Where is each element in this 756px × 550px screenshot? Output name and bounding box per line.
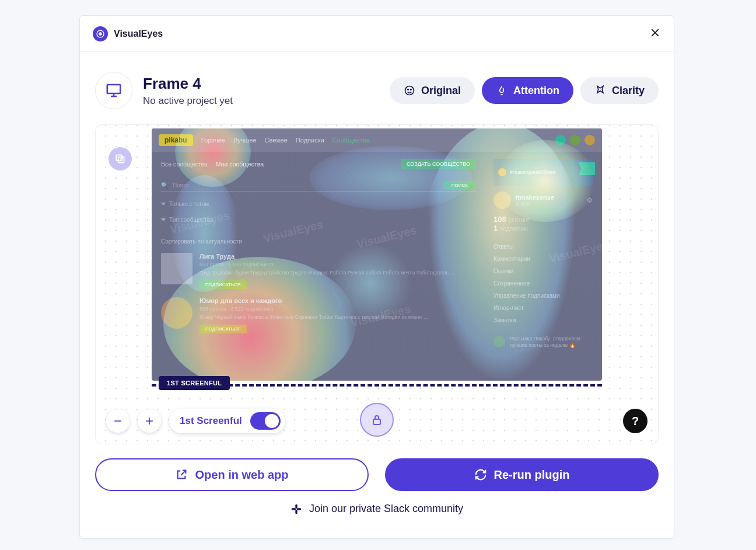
screenful-badge: 1ST SCREENFUL xyxy=(159,376,230,390)
plugin-window: VisualEyes Frame 4 No active project yet… xyxy=(79,15,674,539)
zoom-controls: − + 1st Screenful xyxy=(106,409,285,433)
tab-attention-label: Attention xyxy=(513,85,559,97)
open-in-web-app-button[interactable]: Open in web app xyxy=(95,458,369,491)
preview-canvas: pikabu Горячее Лучшее Свежее Подписки Со… xyxy=(95,124,659,444)
site-brand: pikabu xyxy=(159,134,193,146)
slack-label: Join our private Slack community xyxy=(309,503,463,515)
tab-attention[interactable]: Attention xyxy=(482,77,573,104)
action-row: Open in web app Re-run plugin xyxy=(95,458,659,491)
svg-rect-9 xyxy=(295,504,297,509)
rerun-label: Re-run plugin xyxy=(494,468,570,482)
slack-icon xyxy=(290,503,302,515)
svg-rect-11 xyxy=(295,509,297,514)
device-desktop-icon xyxy=(95,72,132,109)
tab-original-label: Original xyxy=(421,85,461,97)
header-row: Frame 4 No active project yet Original A… xyxy=(95,72,659,109)
app-name: VisualEyes xyxy=(114,29,163,39)
close-button[interactable] xyxy=(649,27,661,41)
open-label: Open in web app xyxy=(195,468,288,482)
slack-link[interactable]: Join our private Slack community xyxy=(95,503,659,528)
attention-heatmap-preview: pikabu Горячее Лучшее Свежее Подписки Со… xyxy=(152,128,602,381)
tab-clarity-label: Clarity xyxy=(612,85,645,97)
zoom-in-button[interactable]: + xyxy=(138,409,161,433)
svg-rect-10 xyxy=(297,508,301,510)
content: Frame 4 No active project yet Original A… xyxy=(80,52,674,538)
frame-title: Frame 4 xyxy=(143,75,233,93)
screenful-toggle[interactable]: 1st Screenful xyxy=(169,409,285,433)
title-block: Frame 4 No active project yet xyxy=(143,75,233,107)
site-body: Все сообщества Мои сообщества СОЗДАТЬ СО… xyxy=(152,152,602,381)
app-logo xyxy=(93,26,108,41)
svg-point-5 xyxy=(411,89,412,90)
toggle-switch-on[interactable] xyxy=(250,412,281,430)
view-tabs: Original Attention Clarity xyxy=(390,77,659,104)
rerun-plugin-button[interactable]: Re-run plugin xyxy=(385,458,659,491)
svg-point-1 xyxy=(99,32,102,35)
topbar: VisualEyes xyxy=(80,16,674,52)
svg-rect-8 xyxy=(373,419,380,424)
site-topbar: pikabu Горячее Лучшее Свежее Подписки Со… xyxy=(152,128,602,152)
help-button[interactable]: ? xyxy=(623,409,648,433)
frame-subtitle: No active project yet xyxy=(143,95,233,107)
copy-image-button[interactable] xyxy=(108,147,132,170)
svg-point-4 xyxy=(408,89,409,90)
zoom-out-button[interactable]: − xyxy=(106,409,130,433)
tab-clarity[interactable]: Clarity xyxy=(580,77,659,104)
lock-button[interactable] xyxy=(360,403,394,437)
svg-rect-12 xyxy=(292,508,296,510)
tab-original[interactable]: Original xyxy=(390,77,475,104)
svg-point-3 xyxy=(405,86,414,95)
svg-rect-2 xyxy=(107,85,121,93)
screenful-toggle-label: 1st Screenful xyxy=(180,415,242,427)
